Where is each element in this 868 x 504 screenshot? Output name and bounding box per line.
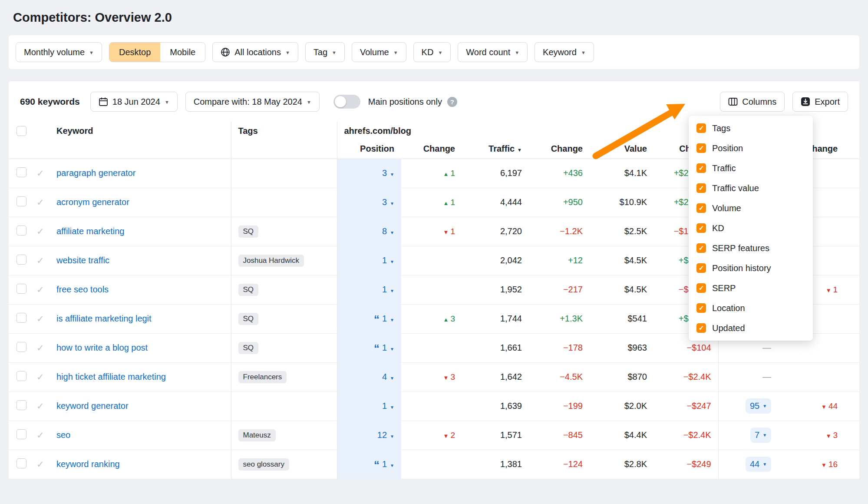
- keyword-filter[interactable]: Keyword ▼: [535, 42, 594, 62]
- position-history-cell: —: [718, 362, 790, 391]
- select-all-checkbox[interactable]: [17, 126, 26, 136]
- table-row: ✓keyword rankingseo glossary“1▼1,381−124…: [9, 450, 859, 479]
- date-picker-button[interactable]: 18 Jun 2024 ▼: [90, 92, 178, 112]
- row-checkbox[interactable]: [17, 167, 26, 177]
- keyword-link[interactable]: keyword ranking: [56, 459, 120, 469]
- position-cell[interactable]: 4▼: [337, 362, 401, 391]
- position-cell[interactable]: “1▼: [337, 304, 401, 333]
- checkbox-checked-icon[interactable]: ✓: [696, 243, 706, 253]
- columns-button[interactable]: Columns: [720, 92, 785, 112]
- row-check-icon: ✓: [36, 372, 44, 382]
- keyword-link[interactable]: is affiliate marketing legit: [56, 314, 152, 323]
- position-history-value[interactable]: 95▼: [746, 398, 771, 414]
- featured-snippet-icon: “: [374, 313, 380, 326]
- position-cell[interactable]: 3▼: [337, 159, 401, 188]
- checkbox-checked-icon[interactable]: ✓: [696, 163, 706, 173]
- position-cell[interactable]: 12▼: [337, 421, 401, 450]
- columns-menu-item[interactable]: ✓Tags: [689, 118, 813, 138]
- col-header-position[interactable]: Position: [337, 140, 401, 159]
- locations-filter[interactable]: All locations ▼: [212, 42, 298, 62]
- monthly-volume-filter[interactable]: Monthly volume ▼: [16, 42, 102, 62]
- main-positions-toggle[interactable]: [333, 95, 360, 109]
- word-count-filter[interactable]: Word count ▼: [458, 42, 528, 62]
- columns-icon: [728, 97, 738, 106]
- volume-filter[interactable]: Volume ▼: [352, 42, 406, 62]
- keyword-link[interactable]: paragraph generator: [56, 168, 135, 178]
- checkbox-checked-icon[interactable]: ✓: [696, 283, 706, 293]
- columns-menu-item[interactable]: ✓Traffic value: [689, 178, 813, 198]
- columns-menu-item[interactable]: ✓Volume: [689, 198, 813, 218]
- col-header-traffic[interactable]: Traffic▼: [462, 140, 529, 159]
- position-cell[interactable]: “1▼: [337, 333, 401, 362]
- columns-menu-item[interactable]: ✓Position: [689, 138, 813, 158]
- col-header-value[interactable]: Value: [590, 140, 654, 159]
- position-cell[interactable]: 1▼: [337, 275, 401, 304]
- help-icon[interactable]: ?: [447, 97, 457, 107]
- row-checkbox[interactable]: [17, 284, 26, 294]
- row-checkbox[interactable]: [17, 255, 26, 265]
- position-cell[interactable]: 1▼: [337, 391, 401, 421]
- keyword-link[interactable]: acronym generator: [56, 197, 129, 207]
- value-cell: $10.9K: [590, 188, 654, 217]
- columns-menu-item[interactable]: ✓Updated: [689, 318, 813, 338]
- col-header-keyword[interactable]: Keyword: [50, 121, 231, 159]
- traffic-change-cell: −845: [529, 421, 590, 450]
- checkbox-checked-icon[interactable]: ✓: [696, 183, 706, 193]
- checkbox-checked-icon[interactable]: ✓: [696, 303, 706, 313]
- compare-date-button[interactable]: Compare with: 18 May 2024 ▼: [185, 92, 320, 112]
- position-change-cell: ▼2: [401, 421, 462, 450]
- row-checkbox[interactable]: [17, 313, 26, 323]
- position-cell[interactable]: 8▼: [337, 217, 401, 246]
- checkbox-checked-icon[interactable]: ✓: [696, 323, 706, 333]
- col-header-traffic-change[interactable]: Change: [529, 140, 590, 159]
- row-checkbox[interactable]: [17, 429, 26, 439]
- position-cell[interactable]: 1▼: [337, 246, 401, 275]
- keyword-link[interactable]: website traffic: [56, 255, 109, 265]
- checkbox-checked-icon[interactable]: ✓: [696, 143, 706, 153]
- row-checkbox[interactable]: [17, 371, 26, 381]
- columns-menu-item-label: Volume: [712, 203, 741, 213]
- keyword-link[interactable]: free seo tools: [56, 285, 109, 294]
- keyword-cell: acronym generator: [50, 188, 231, 217]
- columns-menu-item[interactable]: ✓KD: [689, 218, 813, 238]
- device-mobile-button[interactable]: Mobile: [160, 43, 205, 62]
- checkbox-checked-icon[interactable]: ✓: [696, 263, 706, 273]
- columns-menu-item[interactable]: ✓SERP: [689, 278, 813, 298]
- checkbox-checked-icon[interactable]: ✓: [696, 223, 706, 233]
- row-checkbox[interactable]: [17, 342, 26, 352]
- traffic-cell: 1,381: [462, 450, 529, 479]
- columns-menu-item[interactable]: ✓Traffic: [689, 158, 813, 178]
- checkbox-checked-icon[interactable]: ✓: [696, 203, 706, 213]
- row-checkbox[interactable]: [17, 400, 26, 410]
- keyword-link[interactable]: how to write a blog post: [56, 343, 148, 352]
- row-checkbox[interactable]: [17, 458, 26, 468]
- device-desktop-button[interactable]: Desktop: [109, 43, 160, 62]
- position-history-value[interactable]: 44▼: [746, 457, 771, 472]
- columns-menu-item[interactable]: ✓Location: [689, 298, 813, 318]
- table-row: ✓high ticket affiliate marketingFreelanc…: [9, 362, 859, 391]
- tags-cell: [231, 159, 337, 188]
- position-cell[interactable]: “1▼: [337, 450, 401, 479]
- row-checkbox[interactable]: [17, 225, 26, 235]
- kd-filter[interactable]: KD ▼: [413, 42, 451, 62]
- export-button[interactable]: Export: [792, 92, 848, 112]
- columns-menu-item[interactable]: ✓SERP features: [689, 238, 813, 258]
- keyword-link[interactable]: seo: [56, 430, 70, 440]
- tag-filter[interactable]: Tag ▼: [305, 42, 345, 62]
- keyword-link[interactable]: keyword generator: [56, 401, 129, 411]
- keyword-link[interactable]: affiliate marketing: [56, 226, 124, 236]
- columns-menu-item[interactable]: ✓Position history: [689, 258, 813, 278]
- position-cell[interactable]: 3▼: [337, 188, 401, 217]
- col-header-tags[interactable]: Tags: [231, 121, 337, 159]
- checkbox-checked-icon[interactable]: ✓: [696, 123, 706, 133]
- table-row: ✓keyword generator1▼1,639−199$2.0K−$2479…: [9, 391, 859, 421]
- keyword-link[interactable]: high ticket affiliate marketing: [56, 372, 166, 381]
- triangle-down-icon: ▼: [821, 404, 827, 410]
- columns-menu-item-label: Position history: [712, 263, 771, 273]
- col-header-position-change[interactable]: Change: [401, 140, 462, 159]
- row-checkbox[interactable]: [17, 196, 26, 206]
- keyword-cell: paragraph generator: [50, 159, 231, 188]
- row-check-icon: ✓: [36, 168, 44, 178]
- traffic-cell: 1,571: [462, 421, 529, 450]
- position-history-value[interactable]: 7▼: [750, 428, 771, 443]
